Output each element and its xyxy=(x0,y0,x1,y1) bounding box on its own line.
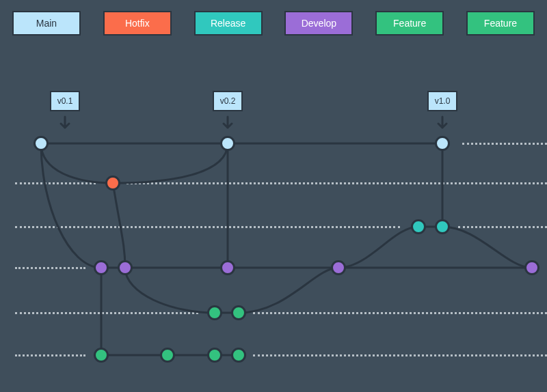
commit-hotfix xyxy=(105,176,120,191)
commit-release xyxy=(435,219,450,234)
legend-develop: Develop xyxy=(284,11,353,36)
tag-v10: v1.0 xyxy=(427,91,457,111)
branch-lines xyxy=(0,0,547,392)
commit-develop xyxy=(94,260,109,275)
arrow-down-icon xyxy=(436,115,449,132)
commit-feature2 xyxy=(94,348,109,363)
lane-dots-feature1 xyxy=(253,312,547,314)
arrow-down-icon xyxy=(59,115,71,132)
legend-feature2: Feature xyxy=(466,11,535,36)
legend: Main Hotfix Release Develop Feature Feat… xyxy=(0,11,547,36)
tag-v01: v0.1 xyxy=(50,91,80,111)
legend-release: Release xyxy=(194,11,263,36)
commit-main xyxy=(435,136,450,151)
commit-feature1 xyxy=(231,305,246,320)
commit-main xyxy=(220,136,235,151)
commit-feature2 xyxy=(231,348,246,363)
commit-feature2 xyxy=(207,348,222,363)
tag-v02: v0.2 xyxy=(213,91,243,111)
lane-dots-hotfix xyxy=(15,182,96,184)
lane-dots-feature1 xyxy=(15,312,198,314)
commit-develop xyxy=(524,260,539,275)
commit-feature2 xyxy=(160,348,175,363)
lane-dots-feature2 xyxy=(253,354,547,356)
lane-dots-main xyxy=(462,143,547,145)
commit-develop xyxy=(220,260,235,275)
commit-main xyxy=(34,136,49,151)
legend-feature: Feature xyxy=(375,11,444,36)
lane-dots-release xyxy=(15,226,400,228)
legend-hotfix: Hotfix xyxy=(103,11,172,36)
gitflow-diagram: Main Hotfix Release Develop Feature Feat… xyxy=(0,0,547,392)
lane-dots-develop xyxy=(15,267,85,269)
lane-dots-release xyxy=(458,226,547,228)
lane-dots-hotfix xyxy=(126,182,547,184)
lane-dots-feature2 xyxy=(15,354,85,356)
commit-release xyxy=(411,219,426,234)
commit-develop xyxy=(331,260,346,275)
commit-feature1 xyxy=(207,305,222,320)
commit-develop xyxy=(118,260,133,275)
legend-main: Main xyxy=(12,11,81,36)
arrow-down-icon xyxy=(222,115,234,132)
